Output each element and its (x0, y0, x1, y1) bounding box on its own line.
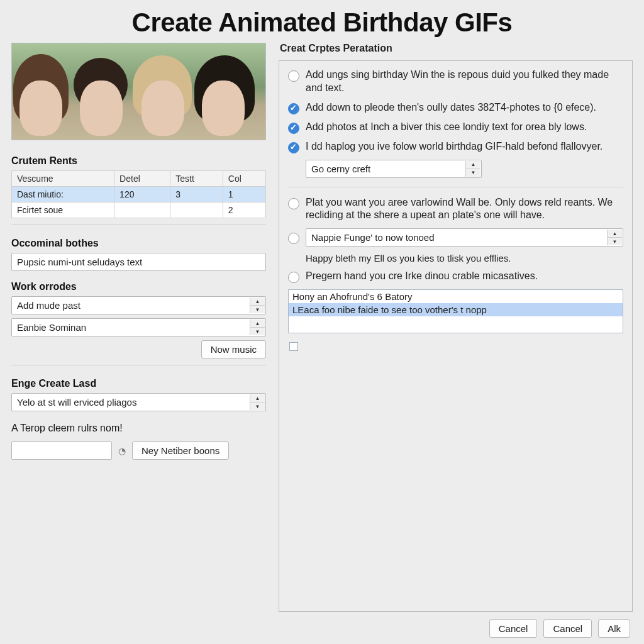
stepper-icon[interactable]: ▲▼ (250, 319, 265, 335)
crutem-rents-label: Crutem Rents (11, 155, 266, 167)
crutem-rents-table[interactable]: Vescume Detel Testt Col Dast miutio: 120… (11, 170, 266, 218)
terop-input[interactable] (11, 441, 112, 460)
option-text: Add ungs sing birthday Win the is repous… (306, 69, 623, 95)
option-row[interactable]: I dd haplog you ive folow world birthdag… (288, 140, 623, 153)
work-combo-2[interactable]: ▲▼ (11, 318, 266, 336)
enge-create-label: Enge Create Lasd (11, 378, 266, 389)
option-row[interactable]: Plat you want you aree varlowind Wall be… (288, 196, 623, 223)
plain-text-line: Happy bleth my Ell os you kies to tlisk … (306, 253, 623, 264)
option-text: Pregern hand you cre Irke dinou crable m… (306, 270, 623, 283)
left-column: Crutem Rents Vescume Detel Testt Col Das… (11, 43, 266, 638)
occominal-label: Occominal bothes (11, 238, 266, 249)
page-title: Create Animated Birthday GIFs (11, 8, 633, 38)
now-music-button[interactable]: Now music (201, 340, 266, 358)
table-row[interactable]: Dast miutio: 120 3 1 (12, 187, 266, 203)
ok-button[interactable]: Alk (598, 619, 630, 638)
nappie-combo[interactable]: ▲▼ (306, 228, 623, 247)
creat-crptes-group: Add ungs sing birthday Win the is repous… (279, 60, 633, 612)
stepper-icon[interactable]: ▲▼ (465, 161, 480, 177)
list-item[interactable]: Hony an Ahofrund's 6 Batory (289, 290, 623, 303)
creat-crptes-title: Creat Crptes Peratation (280, 43, 633, 54)
option-row[interactable]: Add down to pleode then's oully dates 38… (288, 101, 623, 114)
col-header[interactable]: Detel (114, 171, 170, 187)
table-row[interactable]: Fcirtet soue 2 (12, 203, 266, 218)
radio-icon[interactable] (288, 198, 299, 209)
list-item[interactable]: LEaca foo nibe faide to see too vother's… (289, 303, 623, 316)
option-row[interactable]: Add ungs sing birthday Win the is repous… (288, 69, 623, 95)
messages-listbox[interactable]: Hony an Ahofrund's 6 Batory LEaca foo ni… (288, 289, 623, 333)
option-text: Add photos at Inch a biver this cee lond… (306, 121, 623, 134)
radio-icon[interactable] (288, 70, 299, 82)
option-text: I dd haplog you ive folow world birthdag… (306, 140, 623, 153)
occominal-input[interactable] (11, 253, 266, 271)
photo-preview (11, 43, 266, 140)
col-header[interactable]: Vescume (12, 171, 114, 187)
work-combo-1[interactable]: ▲▼ (11, 296, 266, 314)
radio-icon[interactable] (288, 272, 299, 283)
small-checkbox[interactable] (289, 342, 298, 351)
go-cerny-combo[interactable]: ▲▼ (306, 160, 482, 178)
stepper-icon[interactable]: ▲▼ (250, 394, 265, 410)
check-icon[interactable] (288, 103, 299, 114)
radio-icon[interactable] (288, 233, 299, 244)
option-text: Add down to pleode then's oully dates 38… (306, 101, 623, 114)
stepper-icon[interactable]: ▲▼ (250, 297, 265, 313)
right-column: Creat Crptes Peratation Add ungs sing bi… (279, 43, 633, 638)
work-orrodes-label: Work orrodes (11, 281, 266, 292)
terop-heading: A Terop cleem rulrs nom! (11, 423, 266, 434)
option-row[interactable]: Add photos at Inch a biver this cee lond… (288, 121, 623, 134)
stepper-icon[interactable]: ▲▼ (607, 230, 622, 245)
cancel-button[interactable]: Cancel (489, 619, 538, 638)
clock-icon: ◔ (118, 446, 126, 456)
enge-combo[interactable]: ▲▼ (11, 393, 266, 411)
check-icon[interactable] (288, 123, 299, 134)
nappie-row: ▲▼ (288, 228, 623, 247)
dialog-buttons: Cancel Cancel Alk (279, 612, 633, 638)
col-header[interactable]: Col (223, 171, 265, 187)
option-row[interactable]: Pregern hand you cre Irke dinou crable m… (288, 270, 623, 283)
check-icon[interactable] (288, 142, 299, 153)
cancel-button[interactable]: Cancel (543, 619, 592, 638)
ney-netiber-button[interactable]: Ney Netiber boons (132, 441, 229, 460)
col-header[interactable]: Testt (170, 171, 223, 187)
option-text: Plat you want you aree varlowind Wall be… (306, 196, 623, 223)
